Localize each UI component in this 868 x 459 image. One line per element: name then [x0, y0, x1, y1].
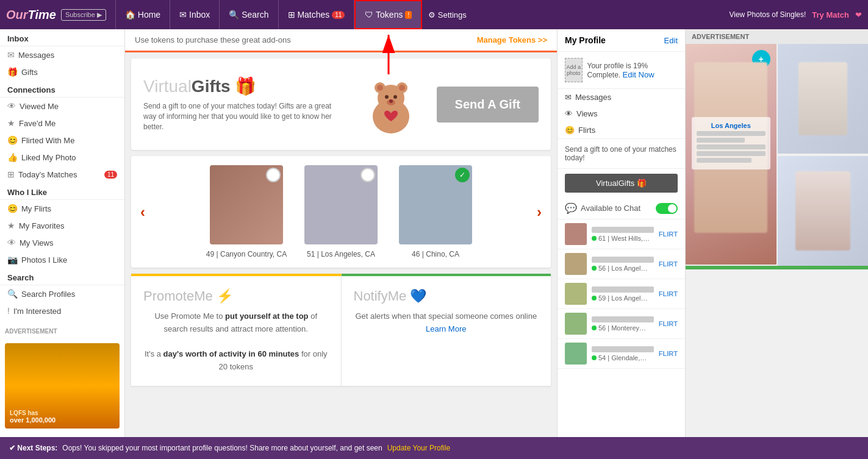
promo-section: PromoteMe ⚡ Use Promote Me to put yourse… [131, 274, 551, 386]
update-profile-link[interactable]: Update Your Profile [387, 444, 450, 452]
gift-promo-text: Send a gift to one of your matches today… [558, 139, 685, 169]
heart-icon: ❤ [855, 10, 862, 20]
sidebar-item-messages[interactable]: ✉ Messages [0, 46, 124, 63]
top-navigation: OurTime Subscribe ▶ 🏠 Home ✉ Inbox 🔍 Sea… [0, 0, 868, 29]
sidebar-item-my-favorites[interactable]: ★ My Favorites [0, 217, 124, 234]
chat-avatar-2[interactable] [565, 253, 587, 275]
star-icon: ★ [7, 118, 15, 128]
chat-user-2: 56 | Los Angel…FLIRT [558, 249, 685, 279]
ad-panel: ADVERTISEMENT + Los Angeles [685, 29, 868, 437]
right-panel: My Profile Edit Add a photo Your profile… [557, 29, 685, 437]
chat-name-blur-4 [592, 316, 654, 322]
subscribe-button[interactable]: Subscribe ▶ [61, 9, 106, 21]
edit-profile-link[interactable]: Edit [664, 36, 678, 45]
chat-avatar-4[interactable] [565, 313, 587, 335]
notify-me-card: NotifyMe 💙 Get alerts when that special … [342, 274, 551, 386]
edit-now-link[interactable]: Edit Now [623, 70, 655, 79]
flirt-button-5[interactable]: FLIRT [659, 350, 678, 357]
sidebar-item-todays-matches[interactable]: ⊞ Today's Matches 11 [0, 166, 124, 183]
my-profile-title: My Profile [565, 35, 606, 45]
flirt-button-1[interactable]: FLIRT [659, 230, 678, 238]
chat-user-4: 56 | Monterey…FLIRT [558, 309, 685, 339]
matches-icon: ⊞ [7, 169, 15, 179]
bear-svg [357, 71, 425, 138]
try-match-link[interactable]: Try Match [812, 10, 849, 20]
notify-learn-more-link[interactable]: Learn More [426, 324, 466, 333]
manage-tokens-link[interactable]: Manage Tokens >> [477, 35, 547, 44]
msg-icon: ✉ [565, 93, 572, 102]
nav-tokens[interactable]: 🛡 Tokens ! [354, 0, 422, 29]
chat-user-3: 59 | Los Angel…FLIRT [558, 279, 685, 309]
matches-badge: 11 [332, 11, 345, 19]
profile-links: ✉ Messages 👁 Views 😊 Flirts [558, 89, 685, 139]
sidebar-item-search-profiles[interactable]: 🔍 Search Profiles [0, 285, 124, 302]
profile-link-views[interactable]: 👁 Views [558, 105, 685, 122]
flirt-button-2[interactable]: FLIRT [659, 260, 678, 268]
carousel-next-button[interactable]: › [537, 204, 542, 221]
profile-card-3: ✓ 46 | Chino, CA [393, 165, 478, 258]
ad-image-left[interactable]: + Los Angeles [686, 44, 777, 265]
svg-point-9 [393, 95, 397, 99]
chat-user-1: 61 | West Hills,…FLIRT [558, 219, 685, 249]
page-body: Inbox ✉ Messages 🎁 Gifts Connections 👁 V… [0, 29, 868, 437]
profile-link-flirts[interactable]: 😊 Flirts [558, 122, 685, 138]
ad-image-bottom-right[interactable]: + + [778, 156, 869, 266]
profile-info-3: 46 | Chino, CA [393, 250, 478, 258]
sidebar-item-photos-i-like[interactable]: 📷 Photos I Like [0, 251, 124, 268]
inbox-section-title: Inbox [0, 29, 124, 46]
chat-name-blur-2 [592, 257, 654, 263]
sidebar-item-im-interested[interactable]: ! I'm Interested [0, 302, 124, 319]
flirt-button-3[interactable]: FLIRT [659, 290, 678, 297]
sidebar-advertisement: LQFS has over 1,000,000 [5, 343, 120, 429]
virtual-gifts-button[interactable]: VirtualGifts 🎁 [565, 174, 678, 193]
logo: OurTime [6, 8, 56, 22]
chat-location-4: 56 | Monterey… [592, 324, 654, 332]
bear-image [357, 71, 425, 138]
ad-image-top-right[interactable]: + [778, 44, 869, 154]
nav-inbox[interactable]: ✉ Inbox [170, 0, 220, 29]
profile-link-messages[interactable]: ✉ Messages [558, 89, 685, 105]
add-photo-box[interactable]: Add a photo [565, 58, 583, 82]
chat-avatar-3[interactable] [565, 283, 587, 305]
carousel-prev-button[interactable]: ‹ [140, 204, 145, 221]
bottom-bar: ✔ Next Steps: Oops! You skipped your mos… [0, 437, 868, 459]
sidebar-item-flirted-me[interactable]: 😊 Flirted With Me [0, 132, 124, 149]
ad-panel-header: ADVERTISEMENT [686, 29, 868, 44]
sidebar-item-faved-me[interactable]: ★ Fave'd Me [0, 115, 124, 132]
ad-content: + Los Angeles + [686, 44, 868, 266]
nav-right: View Photos of Singles! Try Match ❤ [729, 10, 862, 20]
chat-user-5: 54 | Glendale,…FLIRT [558, 339, 685, 369]
send-gift-button[interactable]: Send A Gift [437, 87, 539, 123]
connections-section-title: Connections [0, 80, 124, 98]
chat-location-2: 56 | Los Angel… [592, 265, 654, 272]
notify-me-title: NotifyMe 💙 [354, 288, 539, 304]
chat-name-blur-3 [592, 286, 654, 293]
sidebar-item-gifts[interactable]: 🎁 Gifts [0, 63, 124, 80]
gift-icon: 🎁 [7, 67, 18, 77]
flirt-button-4[interactable]: FLIRT [659, 320, 678, 327]
profile-pct-text: Your profile is 19% Complete. Edit Now [587, 62, 678, 79]
ad-progress-bar [686, 266, 868, 269]
sidebar-item-my-flirts[interactable]: 😊 My Flirts [0, 200, 124, 217]
profile-select-3[interactable]: ✓ [455, 168, 470, 182]
bottom-bar-message: Oops! You skipped your most important pr… [62, 444, 382, 452]
chat-name-blur-5 [592, 346, 654, 352]
sidebar-item-my-views[interactable]: 👁 My Views [0, 234, 124, 251]
chat-avatar-1[interactable] [565, 223, 587, 245]
nav-home[interactable]: 🏠 Home [115, 0, 170, 29]
available-chat-label: 💬 Available to Chat [565, 202, 640, 214]
profile-select-1[interactable] [266, 168, 281, 182]
tokens-header-text: Use tokens to purchase these great add-o… [135, 35, 291, 44]
nav-search[interactable]: 🔍 Search [220, 0, 278, 29]
available-chat-row: 💬 Available to Chat [558, 197, 685, 219]
nav-settings[interactable]: ⚙ Settings [422, 10, 473, 20]
sidebar-item-liked-photo[interactable]: 👍 Liked My Photo [0, 149, 124, 166]
message-icon: ✉ [7, 50, 15, 60]
profile-select-2[interactable] [360, 168, 375, 182]
next-steps-label: ✔ Next Steps: [9, 444, 57, 452]
chat-avatar-5[interactable] [565, 343, 587, 365]
available-chat-toggle[interactable] [656, 203, 678, 214]
nav-matches[interactable]: ⊞ Matches 11 [279, 0, 355, 29]
flirt-icon: 😊 [7, 135, 18, 145]
sidebar-item-viewed-me[interactable]: 👁 Viewed Me [0, 98, 124, 115]
